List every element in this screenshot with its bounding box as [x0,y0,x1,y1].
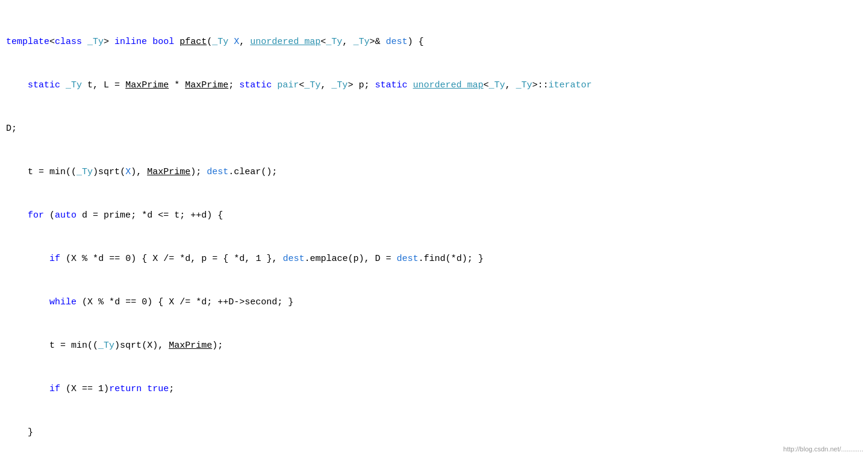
code-line-2: static _Ty t, L = MaxPrime * MaxPrime; s… [6,78,858,93]
param-X: X [234,37,239,47]
code-line-5: for (auto d = prime; *d <= t; ++d) { [6,209,858,223]
code-line-8: t = min((_Ty)sqrt(X), MaxPrime); [6,339,858,353]
keyword-template: template [6,37,49,47]
param-dest: dest [386,37,407,47]
code-block: template<class _Ty> inline bool pfact(_T… [6,6,858,455]
type-unordered-map: unordered_map [250,37,320,47]
code-line-1: template<class _Ty> inline bool pfact(_T… [6,35,858,49]
MaxPrime1: MaxPrime [125,80,169,90]
keyword-while: while [49,297,76,307]
keyword-if2: if [49,384,60,394]
keyword-static1: static [28,80,60,90]
keyword-if1: if [49,254,60,264]
code-line-10: } [6,425,858,440]
keyword-for: for [28,210,44,221]
keyword-return1: return [109,384,142,394]
code-line-9: if (X == 1)return true; [6,382,858,397]
keyword-static2: static [239,80,272,90]
type-Ty2: _Ty [212,37,228,47]
code-line-4: t = min((_Ty)sqrt(X), MaxPrime); dest.cl… [6,165,858,180]
keyword-inline: inline [114,37,147,47]
code-line-3: D; [6,122,858,136]
keyword-bool: bool [152,37,174,47]
keyword-auto: auto [55,210,76,221]
keyword-static3: static [375,80,407,90]
MaxPrime2: MaxPrime [185,80,228,90]
code-line-7: while (X % *d == 0) { X /= *d; ++D->seco… [6,295,858,310]
code-line-6: if (X % *d == 0) { X /= *d, p = { *d, 1 … [6,252,858,266]
keyword-true: true [147,384,169,394]
fn-pfact: pfact [180,37,207,47]
type-Ty: _Ty [87,37,104,47]
keyword-class: class [55,37,82,47]
bottom-link: http://blog.csdn.net/............ [783,445,863,453]
page-container: template<class _Ty> inline bool pfact(_T… [0,0,868,455]
